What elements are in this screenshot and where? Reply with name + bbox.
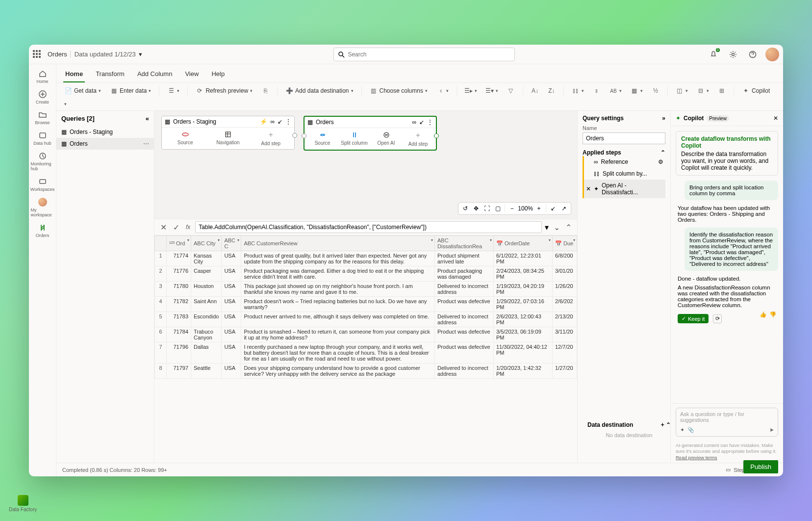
thumbs-down-icon[interactable]: 👎 bbox=[769, 311, 776, 318]
btn-merge[interactable]: ◫▾ bbox=[673, 85, 691, 97]
btn-replace-values[interactable]: ½ bbox=[649, 85, 662, 97]
applied-step[interactable]: ∞ Reference⚙ bbox=[583, 156, 665, 168]
tab-view[interactable]: View bbox=[183, 67, 201, 82]
btn-add-destination[interactable]: ➕Add data destination▾ bbox=[282, 85, 356, 97]
btn-combine[interactable]: ⊞ bbox=[715, 85, 729, 97]
formula-input[interactable] bbox=[195, 221, 542, 233]
table-row[interactable]: 371780HoustonUSAThis package just showed… bbox=[155, 282, 577, 297]
contract-icon[interactable]: ↙ bbox=[278, 118, 282, 125]
column-header[interactable]: 📅 OrderDate▾ bbox=[494, 236, 553, 251]
more-icon[interactable]: ⋯ bbox=[143, 140, 149, 147]
user-avatar[interactable] bbox=[765, 48, 779, 61]
steps-collapse-icon[interactable]: ⌃ bbox=[660, 149, 665, 156]
rail-home[interactable]: Home bbox=[31, 67, 54, 86]
collapse-icon[interactable]: « bbox=[146, 115, 149, 122]
table-row[interactable]: 671784Trabuco CanyonUSAProduct is smashe… bbox=[155, 327, 577, 342]
applied-step[interactable]: ✕ ✦ Open AI - Dissatisfacti... bbox=[583, 180, 665, 198]
column-header[interactable]: ABC C▾ bbox=[222, 236, 241, 251]
btn-get-data[interactable]: 📄Get data▾ bbox=[61, 85, 104, 97]
btn-remove-rows[interactable]: ☰▾▾ bbox=[483, 85, 501, 97]
btn-sort-desc[interactable]: Z↓ bbox=[545, 85, 558, 97]
table-row[interactable]: 771796DallasUSAI recently purchased a ne… bbox=[155, 342, 577, 364]
settings-gear-icon[interactable] bbox=[726, 48, 740, 61]
btn-split-column[interactable]: ⫿⫿▾ bbox=[569, 85, 587, 97]
column-header[interactable]: ABC CustomerReview▾ bbox=[241, 236, 435, 251]
link-icon[interactable]: ∞ bbox=[412, 119, 416, 126]
rail-datahub[interactable]: Data hub bbox=[31, 129, 54, 148]
step-down-icon[interactable]: ⌄ bbox=[552, 222, 561, 232]
data-grid[interactable]: ¹²³ Ord▾ABC City▾ABC C▾ABC CustomerRevie… bbox=[154, 235, 577, 379]
step-up-icon[interactable]: ⌃ bbox=[563, 222, 573, 232]
rail-monitoring[interactable]: Monitoring hub bbox=[31, 150, 54, 173]
tab-addcolumn[interactable]: Add Column bbox=[135, 67, 175, 82]
step-view-icon[interactable]: ▭ bbox=[723, 465, 734, 475]
breadcrumb-title[interactable]: Orders bbox=[48, 51, 67, 58]
btn-filter[interactable]: ▽ bbox=[504, 85, 518, 97]
thumbs-up-icon[interactable]: 👍 bbox=[760, 311, 766, 318]
query-item[interactable]: ▦Orders - Staging bbox=[56, 126, 154, 138]
table-row[interactable]: 171774Kansas CityUSAProduct was of great… bbox=[155, 251, 577, 266]
contract-icon[interactable]: ↙ bbox=[419, 119, 424, 126]
sparkle-icon[interactable]: ✦ bbox=[680, 427, 685, 433]
send-icon[interactable]: ➤ bbox=[769, 427, 774, 433]
btn-refresh[interactable]: ⟳Refresh preview▾ bbox=[193, 85, 255, 97]
collapse-settings-icon[interactable]: » bbox=[662, 115, 665, 122]
add-dest-icon[interactable]: + bbox=[661, 421, 664, 428]
step-add2[interactable]: +Add step bbox=[402, 131, 434, 147]
btn-enter-data[interactable]: ▦Enter data▾ bbox=[107, 85, 154, 97]
table-row[interactable]: 471782Saint AnnUSAProduct doesn't work –… bbox=[155, 297, 577, 312]
btn-manage[interactable]: ⎘ bbox=[258, 85, 272, 97]
search-input[interactable] bbox=[348, 51, 510, 58]
column-header[interactable]: ABC City▾ bbox=[191, 236, 222, 251]
rail-create[interactable]: Create bbox=[31, 88, 54, 106]
applied-step[interactable]: ⫿⫿ Split column by... bbox=[583, 168, 665, 180]
close-copilot-icon[interactable]: ✕ bbox=[773, 115, 778, 122]
collapse-diagram[interactable]: ↙ bbox=[548, 204, 558, 213]
step-source2[interactable]: Source bbox=[306, 131, 338, 147]
search-box[interactable] bbox=[333, 48, 515, 61]
fx-dropdown[interactable]: ▾ bbox=[545, 223, 549, 232]
flash-icon[interactable]: ⚡ bbox=[260, 118, 267, 125]
step-split[interactable]: Split column bbox=[338, 131, 370, 147]
dest-collapse-icon[interactable]: ⌃ bbox=[666, 421, 671, 428]
attach-icon[interactable]: 📎 bbox=[687, 427, 694, 433]
more-icon[interactable]: ⋮ bbox=[427, 119, 433, 126]
link-icon[interactable]: ∞ bbox=[270, 118, 275, 125]
btn-append[interactable]: ⊟▾ bbox=[694, 85, 712, 97]
expand-diagram[interactable]: ↗ bbox=[559, 204, 569, 213]
query-item[interactable]: ▦Orders⋯ bbox=[56, 138, 154, 150]
chevron-down-icon[interactable]: ▾ bbox=[139, 51, 142, 58]
step-openai[interactable]: Open AI bbox=[370, 131, 402, 147]
fx-cancel[interactable]: ✕ bbox=[158, 222, 168, 232]
ribbon-overflow[interactable]: ▾ bbox=[61, 100, 70, 108]
reset-view-icon[interactable]: ↺ bbox=[460, 204, 470, 213]
query-card-staging[interactable]: ▦Orders - Staging ⚡∞↙⋮ Source Navigation… bbox=[161, 116, 295, 150]
copilot-input[interactable]: Ask a question or type / for suggestions… bbox=[676, 408, 778, 437]
btn-sort-asc[interactable]: A↓ bbox=[528, 85, 542, 97]
preview-terms-link[interactable]: Read preview terms bbox=[676, 455, 717, 460]
btn-options-menu[interactable]: ☰▾ bbox=[164, 85, 182, 97]
zoom-out[interactable]: − bbox=[507, 204, 517, 213]
column-header[interactable]: 📅 Due▾ bbox=[553, 236, 577, 251]
step-add[interactable]: +Add step bbox=[250, 130, 292, 146]
btn-remove-columns[interactable]: ⫞▾ bbox=[433, 85, 452, 97]
btn-copilot-ribbon[interactable]: ✦Copilot bbox=[739, 85, 773, 97]
column-header[interactable]: ABC DissatisfactionRea▾ bbox=[435, 236, 494, 251]
query-name-input[interactable] bbox=[583, 132, 665, 144]
rail-orders[interactable]: Orders bbox=[31, 221, 54, 240]
fx-commit[interactable]: ✓ bbox=[171, 222, 181, 232]
btn-group-by[interactable]: ⫾ bbox=[590, 85, 604, 97]
btn-first-row-headers[interactable]: ▦▾ bbox=[628, 85, 646, 97]
rail-workspaces[interactable]: Workspaces bbox=[31, 175, 54, 194]
app-launcher-icon[interactable] bbox=[33, 50, 42, 59]
redo-button[interactable]: ⟳ bbox=[713, 314, 722, 323]
delete-step-icon[interactable]: ✕ bbox=[586, 185, 591, 192]
column-header[interactable] bbox=[155, 236, 167, 251]
btn-datatype[interactable]: AB▾ bbox=[607, 85, 625, 97]
column-header[interactable]: ¹²³ Ord▾ bbox=[167, 236, 191, 251]
fit-icon[interactable]: ⛶ bbox=[482, 204, 492, 213]
btn-keep-rows[interactable]: ☰▸▾ bbox=[462, 85, 480, 97]
table-row[interactable]: 271776CasperUSAProduct packaging was dam… bbox=[155, 266, 577, 282]
publish-button[interactable]: Publish bbox=[743, 460, 778, 473]
tab-help[interactable]: Help bbox=[209, 67, 227, 82]
